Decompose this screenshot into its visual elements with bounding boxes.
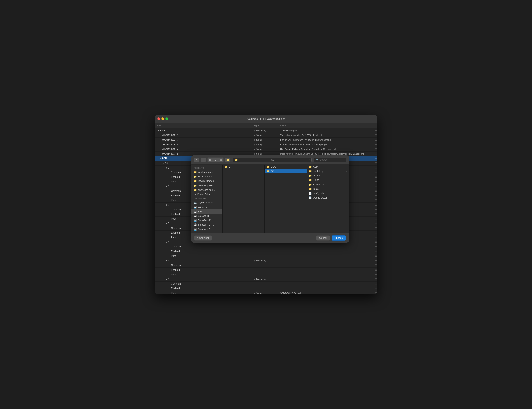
key-column-header[interactable]: Key: [155, 124, 252, 127]
table-row[interactable]: Comment≡: [155, 263, 377, 268]
cancel-button[interactable]: Cancel: [316, 235, 330, 241]
new-folder-button[interactable]: New Folder: [194, 235, 212, 241]
row-menu-icon[interactable]: ≡: [373, 244, 377, 249]
row-menu-icon[interactable]: ≡: [373, 133, 377, 138]
disclosure-icon[interactable]: ▼: [165, 260, 167, 262]
sidebar-item-sidecarhd2[interactable]: 💾 Sidecar HD: [191, 227, 222, 232]
disclosure-icon[interactable]: ▼: [165, 204, 167, 206]
row-menu-icon[interactable]: ≡: [373, 193, 377, 198]
value-column-header[interactable]: Value: [278, 124, 373, 127]
row-menu-icon[interactable]: ≡: [373, 235, 377, 240]
sidebar-item-sidecarhd1[interactable]: 💾 Sidecar HD -...: [191, 223, 222, 227]
table-row[interactable]: Path≡: [155, 272, 377, 277]
sidebar-item-storagehd[interactable]: 💾 Storage HD: [191, 214, 222, 218]
table-row[interactable]: #WARNING - 4⊕StringUse SampleFull.plist …: [155, 147, 377, 152]
icon-view-button[interactable]: ▦: [208, 158, 213, 162]
forward-button[interactable]: ›: [201, 158, 206, 162]
folder-item-drivers[interactable]: 📁 Drivers ›: [307, 173, 349, 178]
disclosure-icon[interactable]: ▼: [165, 241, 167, 243]
row-menu-icon[interactable]: ≡: [373, 207, 377, 212]
table-row[interactable]: ▼Root⊕Dictionary13 key/value pairs≡: [155, 128, 377, 133]
row-menu-icon[interactable]: ≡: [373, 286, 377, 291]
row-menu-icon[interactable]: ≡: [373, 175, 377, 179]
location-dropdown[interactable]: 📁 OC ⇕: [233, 158, 312, 162]
row-menu-icon[interactable]: ≡: [373, 212, 377, 216]
disclosure-icon[interactable]: ▼: [165, 278, 167, 280]
back-button[interactable]: ‹: [194, 158, 199, 162]
folder-item-efi[interactable]: 📁 EFI ›: [223, 165, 264, 169]
disclosure-icon[interactable]: ▼: [162, 162, 165, 164]
row-menu-icon[interactable]: ≡: [373, 240, 377, 244]
row-menu-icon[interactable]: ≡: [373, 147, 377, 151]
row-menu-icon[interactable]: ≡: [373, 161, 377, 165]
table-row[interactable]: Enabled≡: [155, 249, 377, 254]
row-menu-icon[interactable]: ≡: [373, 277, 377, 281]
row-menu-icon[interactable]: ≡: [373, 282, 377, 286]
file-item-configplist[interactable]: 📄 config.plist: [307, 191, 349, 196]
row-menu-icon[interactable]: ≡: [373, 268, 377, 272]
row-menu-icon[interactable]: ≡: [373, 254, 377, 258]
row-menu-icon[interactable]: ≡: [373, 128, 377, 133]
row-menu-icon[interactable]: ≡: [373, 138, 377, 142]
sidebar-item-winders[interactable]: 💾 Winders: [191, 205, 222, 209]
disclosure-icon[interactable]: ▼: [157, 130, 159, 132]
table-row[interactable]: Comment≡: [155, 244, 377, 249]
row-menu-icon[interactable]: ≡: [373, 152, 377, 156]
table-row[interactable]: Enabled≡: [155, 268, 377, 272]
folder-item-tools[interactable]: 📁 Tools ›: [307, 187, 349, 191]
disclosure-icon[interactable]: ▼: [159, 158, 161, 160]
file-item-opencoreefi[interactable]: 📄 OpenCore.efi: [307, 196, 349, 200]
table-row[interactable]: #WARNING - 2⊕StringEnsure you understand…: [155, 138, 377, 142]
row-menu-icon[interactable]: ≡: [373, 258, 377, 263]
close-button[interactable]: [157, 118, 160, 120]
folder-item-bootstrap[interactable]: 📁 Bootstrap ›: [307, 169, 349, 173]
sidebar-item-opencore[interactable]: 📁 opencore-mul...: [191, 188, 222, 192]
list-view-button[interactable]: ☰: [213, 158, 218, 162]
disclosure-icon[interactable]: ▼: [165, 223, 167, 225]
row-menu-icon[interactable]: ≡: [373, 179, 377, 184]
type-column-header[interactable]: Type: [252, 124, 278, 127]
folder-item-kexts[interactable]: 📁 Kexts ›: [307, 178, 349, 182]
row-menu-icon[interactable]: ≡: [373, 142, 377, 147]
table-row[interactable]: Comment≡: [155, 282, 377, 286]
sidebar-toggle-button[interactable]: 📁: [225, 158, 230, 162]
row-menu-icon[interactable]: ≡: [373, 156, 377, 161]
table-row[interactable]: #WARNING - 3⊕StringIn most cases recomme…: [155, 142, 377, 147]
row-menu-icon[interactable]: ≡: [373, 291, 377, 294]
disclosure-icon[interactable]: ▼: [165, 185, 167, 187]
row-menu-icon[interactable]: ≡: [373, 249, 377, 254]
folder-item-boot[interactable]: 📁 BOOT ›: [265, 165, 306, 169]
sidebar-item-hackintosh[interactable]: 📁 Hackintosh fil....: [191, 174, 222, 179]
choose-button[interactable]: Choose: [332, 235, 346, 241]
row-menu-icon[interactable]: ≡: [373, 166, 377, 170]
folder-item-acpi[interactable]: 📁 ACPI ›: [307, 165, 349, 169]
sidebar-item-transferhd[interactable]: 💾 Transfer HD: [191, 218, 222, 223]
column-view-button[interactable]: ▦: [218, 158, 223, 162]
table-row[interactable]: Path⊕StringSSDT-EC-USBX.aml≡: [155, 291, 377, 294]
table-row[interactable]: ▼6⊕Dictionary≡: [155, 277, 377, 282]
row-menu-icon[interactable]: ≡: [373, 184, 377, 188]
folder-item-oc[interactable]: 📁 OC ›: [265, 169, 306, 173]
disclosure-icon[interactable]: ▼: [165, 167, 167, 169]
sidebar-item-usbmap[interactable]: 📁 USB-Map-Gui...: [191, 183, 222, 188]
fullscreen-button[interactable]: [165, 118, 168, 120]
table-row[interactable]: Path≡: [155, 254, 377, 258]
table-row[interactable]: #WARNING - 1⊕StringThis is just a sample…: [155, 133, 377, 138]
row-menu-icon[interactable]: ≡: [373, 217, 377, 221]
row-menu-icon[interactable]: ≡: [373, 198, 377, 203]
minimize-button[interactable]: [161, 118, 164, 120]
row-menu-icon[interactable]: ≡: [373, 272, 377, 277]
row-menu-icon[interactable]: ≡: [373, 203, 377, 207]
row-menu-icon[interactable]: ≡: [373, 263, 377, 268]
search-box[interactable]: 🔍 Search: [314, 158, 346, 162]
row-menu-icon[interactable]: ≡: [373, 170, 377, 175]
sidebar-item-vanilla[interactable]: 📁 vanilla-laptop-...: [191, 170, 222, 174]
row-menu-icon[interactable]: ≡: [373, 221, 377, 226]
row-menu-icon[interactable]: ≡: [373, 226, 377, 230]
table-row[interactable]: Enabled≡: [155, 286, 377, 291]
sidebar-item-dawin[interactable]: 📁 DawinDumped: [191, 179, 222, 183]
row-menu-icon[interactable]: ≡: [373, 189, 377, 193]
folder-item-resources[interactable]: 📁 Resources ›: [307, 182, 349, 187]
sidebar-item-mac[interactable]: 💻 Mykola's Mac...: [191, 200, 222, 205]
table-row[interactable]: ▼5⊕Dictionary≡: [155, 258, 377, 263]
